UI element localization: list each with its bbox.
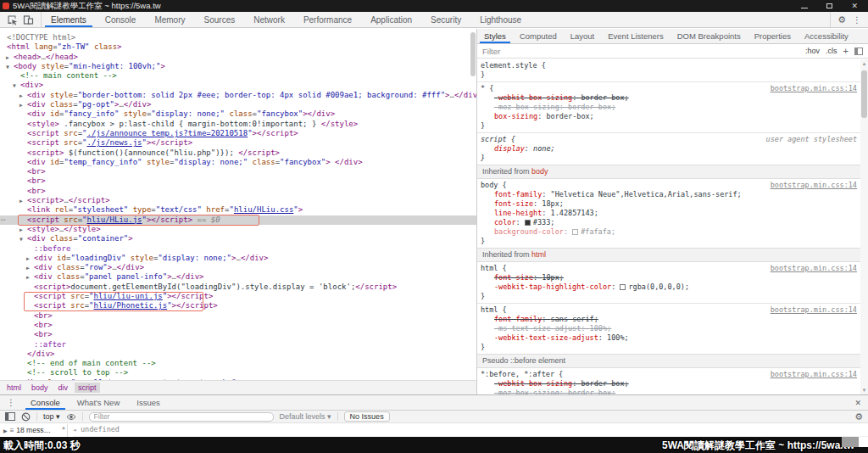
collapse-arrow-icon[interactable]: ▼ (19, 235, 23, 243)
css-property[interactable]: -webkit-box-sizing: border-box; (481, 93, 860, 103)
dom-tree-node[interactable]: ▼<body style="min-height: 100vh;"> (0, 62, 476, 71)
dom-tree-node[interactable]: ▶<div class="pg-opt">…</div> (0, 100, 476, 109)
context-selector[interactable]: top ▾ (43, 412, 60, 421)
expand-arrow-icon[interactable]: ▶ (19, 101, 23, 109)
dom-tree-node[interactable]: ▶<head>…</head> (0, 53, 476, 62)
sidebar-tab-styles[interactable]: Styles (477, 29, 513, 43)
dom-tree-node[interactable]: <br> (0, 311, 476, 321)
stylesheet-source-link[interactable]: bootstrap.min.css:14 (771, 181, 857, 190)
collapse-arrow-icon[interactable]: ▼ (6, 63, 9, 71)
expand-arrow-icon[interactable]: ▶ (26, 273, 30, 282)
collapse-arrow-icon[interactable]: ▼ (13, 81, 16, 90)
css-property[interactable]: font-size: 10px; (481, 273, 860, 282)
sidebar-tab-properties[interactable]: Properties (748, 29, 798, 43)
css-property[interactable]: display: none; (481, 144, 860, 154)
rule-selector[interactable]: html { (481, 264, 507, 272)
dom-tree-node[interactable]: <script src="./js/news.js"></script> (0, 138, 476, 148)
dom-tree-node[interactable]: <br> (0, 187, 476, 196)
sidebar-tab-accessibility[interactable]: Accessibility (798, 29, 855, 43)
expand-arrow-icon[interactable]: ▶ (19, 226, 23, 234)
console-settings-gear-icon[interactable]: ⚙ (854, 412, 863, 422)
dom-tree-node[interactable]: </div> (0, 350, 476, 359)
tab-security[interactable]: Security (421, 12, 470, 27)
css-property[interactable]: background-color: #fafafa; (481, 227, 860, 237)
drawer-menu-icon[interactable]: ⋮ (0, 398, 22, 407)
dom-tree-node[interactable]: <br> (0, 330, 476, 339)
node-options-dots-icon[interactable]: ⋯ (1, 215, 4, 225)
stylesheet-source-link[interactable]: user agent stylesheet (766, 135, 857, 144)
stylesheet-source-link[interactable]: bootstrap.min.css:14 (771, 264, 857, 273)
tab-performance[interactable]: Performance (294, 12, 361, 27)
dom-tree-node[interactable]: ::before (0, 244, 476, 254)
css-property[interactable]: -moz-box-sizing: border-box; (481, 389, 860, 394)
sidebar-tab-computed[interactable]: Computed (513, 29, 564, 43)
dom-tree-node[interactable]: <div id="temp_fancy_info" style="display… (0, 158, 476, 167)
css-property[interactable]: font-family: sans-serif; (481, 315, 860, 324)
dom-tree-node[interactable]: <!-- end of main content --> (0, 359, 476, 368)
clear-console-icon[interactable] (21, 412, 31, 422)
css-property[interactable]: line-height: 1.42857143; (481, 209, 860, 218)
dom-tree-node[interactable]: <script src="./js/announce_temp.js?time=… (0, 129, 476, 138)
inherited-node-link[interactable]: html (531, 250, 546, 259)
css-property[interactable]: color: #333; (481, 218, 860, 227)
issues-counter-button[interactable]: No Issues (344, 411, 390, 422)
computed-panel-toggle-icon[interactable] (854, 48, 863, 55)
css-property[interactable]: box-sizing: border-box; (481, 112, 860, 121)
dom-tree-node[interactable]: ▶<div id="loadingDiv" style="display: no… (0, 254, 476, 263)
dom-tree-node[interactable]: <link rel="stylesheet" type="text/css" h… (0, 205, 476, 215)
rule-selector[interactable]: * { (481, 84, 493, 92)
expand-arrow-icon[interactable]: ▶ (19, 197, 23, 205)
console-sidebar-toggle-icon[interactable] (5, 412, 15, 421)
dom-tree-node[interactable]: <!-- scroll to top --> (0, 368, 476, 378)
expand-arrow-icon[interactable]: ▶ (6, 53, 9, 62)
live-expression-eye-icon[interactable] (66, 413, 76, 421)
drawer-tab-console[interactable]: Console (22, 395, 69, 410)
sidebar-tab-event-listeners[interactable]: Event Listeners (601, 29, 670, 43)
dom-tree-node[interactable]: ▶<style>…</style> (0, 225, 476, 234)
dom-tree-node[interactable]: ▶<div class="row">…</div> (0, 263, 476, 272)
rule-selector[interactable]: body { (481, 181, 507, 189)
tab-sources[interactable]: Sources (195, 12, 245, 27)
dom-tree-node[interactable]: <br> (0, 167, 476, 176)
expand-arrow[interactable]: ▶ (3, 428, 8, 433)
console-messages-group[interactable]: ▶ ≡ 18 mess… (0, 424, 67, 434)
dom-tree-node[interactable]: ▼<div> (0, 81, 476, 90)
dom-tree-node[interactable]: ▶<div class="panel panel-info">…</div> (0, 272, 476, 282)
dom-tree-node[interactable]: <!-- main content --> (0, 71, 476, 81)
color-swatch[interactable] (620, 284, 626, 290)
rule-selector[interactable]: *:before, *:after { (481, 370, 563, 378)
tab-console[interactable]: Console (96, 12, 146, 27)
more-options-icon[interactable]: ⋮ (853, 15, 861, 25)
styles-scrollbar-thumb[interactable] (861, 70, 867, 118)
breadcrumb-script[interactable]: script (75, 383, 100, 393)
tab-elements[interactable]: Elements (42, 12, 96, 27)
color-swatch[interactable] (525, 220, 531, 226)
close-button[interactable]: ✕ (851, 3, 858, 10)
console-filter-input[interactable] (89, 412, 274, 422)
tab-memory[interactable]: Memory (145, 12, 194, 27)
log-levels-dropdown[interactable]: Default levels ▾ (280, 412, 331, 421)
styles-scrollbar[interactable]: ▲ ▼ (860, 59, 868, 394)
dom-tree-node[interactable]: <style> .fancybox > p:last-child { margi… (0, 120, 476, 129)
dom-tree-node[interactable]: <div id="fancy_info" style="display: non… (0, 109, 476, 119)
dom-tree-node[interactable]: <script> $(function(){announce("hliu.php… (0, 148, 476, 158)
inspect-element-icon[interactable] (7, 14, 18, 25)
drawer-tab-what-s-new[interactable]: What's New (69, 395, 128, 410)
drawer-tab-issues[interactable]: Issues (128, 395, 168, 410)
minimize-button[interactable] (801, 3, 808, 10)
rule-selector[interactable]: script { (481, 135, 515, 143)
dom-tree-node[interactable]: <!DOCTYPE html> (0, 33, 476, 42)
dom-tree-node[interactable]: ▶<div style="border-bottom: solid 2px #e… (0, 91, 476, 100)
dom-tree-node[interactable]: ::after (0, 340, 476, 350)
sidebar-tab-layout[interactable]: Layout (564, 29, 602, 43)
inherited-node-link[interactable]: body (531, 167, 548, 176)
new-style-rule-button[interactable]: + (843, 46, 849, 56)
expand-arrow-icon[interactable]: ▶ (26, 264, 30, 272)
breadcrumb-div[interactable]: div (55, 383, 72, 393)
stylesheet-source-link[interactable]: bootstrap.min.css:14 (771, 84, 857, 93)
css-property[interactable]: -webkit-tap-highlight-color: rgba(0,0,0,… (481, 282, 860, 292)
element-classes-button[interactable]: .cls (826, 47, 837, 55)
breadcrumb-body[interactable]: body (28, 383, 52, 393)
scroll-down-icon[interactable]: ▼ (860, 388, 868, 393)
stylesheet-source-link[interactable]: bootstrap.min.css:14 (771, 305, 857, 315)
